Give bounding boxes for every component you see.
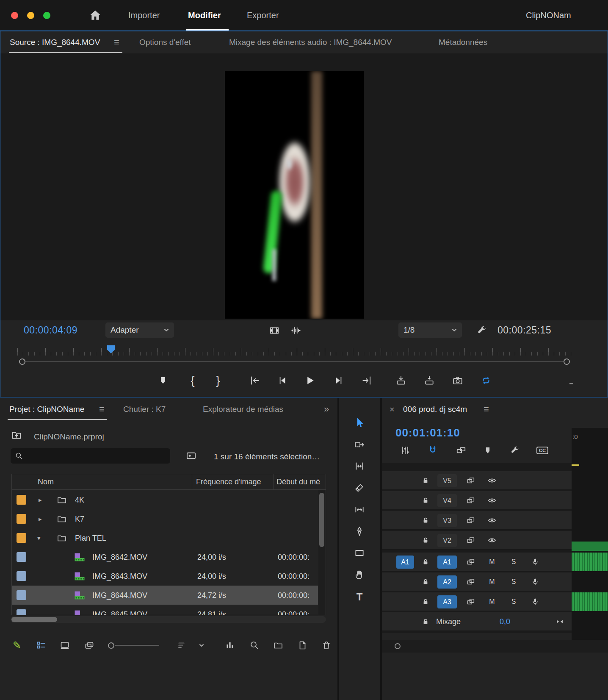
scrub-bar-left-handle[interactable] [19,358,25,365]
go-to-out-button[interactable] [359,373,374,388]
track-header-v3[interactable]: V3 [382,511,572,530]
home-button[interactable] [88,8,102,24]
track-target-a2[interactable]: A2 [437,575,457,589]
add-marker-button[interactable] [155,373,171,388]
source-current-timecode[interactable]: 00:00:04:09 [24,325,77,336]
pen-tool[interactable] [352,524,367,539]
new-item-button[interactable] [295,638,310,653]
track-header-a3[interactable]: A3 M S [382,592,572,611]
source-time-ruler[interactable] [17,345,571,356]
mark-in-button[interactable]: { [185,373,200,388]
mic-icon[interactable] [531,557,540,566]
table-row-clip-8643[interactable]: IMG_8643.MOV 24,00 i/s 00:00:00: [12,567,318,586]
tab-importer[interactable]: Importer [128,0,160,31]
track-lock-icon[interactable] [422,578,430,586]
automate-to-sequence-button[interactable] [222,638,238,653]
tab-bin-k7[interactable]: Chutier : K7 [123,398,166,420]
sequence-timecode[interactable]: 00:01:01:10 [395,426,460,439]
sync-lock-icon[interactable] [466,516,475,525]
timeline-scrollbar-handle[interactable] [395,643,401,649]
fit-dropdown[interactable]: Adapter [105,322,174,338]
linked-selection-button[interactable] [453,443,469,458]
table-row-clip-8644-selected[interactable]: IMG_8644.MOV 24,72 i/s 00:00:00: [12,586,318,605]
eye-icon[interactable] [487,495,497,505]
sort-button[interactable] [174,638,190,653]
track-header-v4[interactable]: V4 [382,491,572,510]
column-header-start[interactable]: Début du mé [276,478,320,486]
arrows-inward-icon[interactable] [555,617,564,626]
table-row-clip-8642[interactable]: IMG_8642.MOV 24,00 i/s 00:00:00: [12,547,318,567]
scrub-bar-right-handle[interactable] [564,358,570,365]
sync-lock-icon[interactable] [466,557,475,567]
track-lock-icon[interactable] [422,558,430,566]
sequence-settings-button[interactable] [398,443,413,458]
solo-button[interactable]: S [511,578,516,586]
track-lock-icon[interactable] [422,617,430,625]
drag-audio-button[interactable] [288,323,304,338]
mark-out-button[interactable]: } [210,373,226,388]
label-color-swatch[interactable] [17,609,26,615]
playback-resolution-dropdown[interactable]: 1/8 [398,322,462,338]
mute-button[interactable]: M [489,598,495,606]
insert-button[interactable] [393,373,409,388]
export-frame-button[interactable] [450,373,465,388]
settings-button[interactable] [474,323,489,338]
column-divider[interactable] [274,474,274,490]
zoom-window-button[interactable] [43,12,50,19]
list-view-button[interactable] [33,638,49,653]
tab-media-browser[interactable]: Explorateur de médias [203,398,283,420]
track-lock-icon[interactable] [422,516,430,524]
drag-video-button[interactable] [267,323,282,338]
vertical-scrollbar-thumb[interactable] [319,493,324,547]
hand-tool[interactable] [352,567,367,582]
preview-area-button[interactable] [185,450,197,463]
sync-lock-icon[interactable] [466,496,475,505]
track-lock-icon[interactable] [422,536,430,544]
video-clip-sliver[interactable] [572,542,608,551]
close-window-button[interactable] [11,12,18,19]
snap-toggle-button[interactable] [425,443,440,458]
horizontal-scrollbar[interactable] [11,616,326,623]
source-panel-menu-icon[interactable]: ≡ [114,31,119,53]
chevron-down-icon[interactable]: ▾ [37,534,41,542]
zoom-slider-handle[interactable] [108,642,114,649]
tab-sequence[interactable]: 006 prod. dj sc4m [403,398,467,420]
label-color-swatch[interactable] [17,590,26,600]
track-header-mix[interactable]: Mixage 0,0 [382,612,572,631]
tab-metadata[interactable]: Métadonnées [439,31,487,53]
track-lock-icon[interactable] [422,496,430,504]
video-preview[interactable] [225,71,364,319]
track-target-v2[interactable]: V2 [437,534,457,547]
add-marker-button[interactable] [480,443,495,458]
search-input[interactable] [27,448,166,464]
track-target-v3[interactable]: V3 [437,514,457,527]
track-header-a2[interactable]: A2 M S [382,572,572,592]
column-header-name[interactable]: Nom [38,478,54,486]
sort-order-button[interactable] [194,638,209,653]
track-header-v5[interactable]: V5 [382,471,572,490]
chevron-right-icon[interactable]: ▸ [39,496,42,504]
track-target-a1[interactable]: A1 [437,556,457,569]
sync-lock-icon[interactable] [466,476,475,485]
scrub-bar-track[interactable] [23,361,567,362]
edit-button[interactable]: ✎ [9,638,25,653]
eye-icon[interactable] [487,515,497,525]
solo-button[interactable]: S [511,598,516,606]
tab-exporter[interactable]: Exporter [247,0,279,31]
table-row-bin-k7[interactable]: ▸ K7 [12,509,318,528]
column-header-fps[interactable]: Fréquence d'image [196,478,261,486]
tab-project[interactable]: Projet : ClipNOName [9,398,84,420]
chevron-right-icon[interactable]: ▸ [39,515,42,523]
captions-button[interactable]: CC [535,443,550,458]
tab-audio-clip-mixer[interactable]: Mixage des éléments audio : IMG_8644.MOV [229,31,392,53]
project-panel-menu-icon[interactable]: ≡ [99,398,105,420]
sync-lock-icon[interactable] [466,597,475,606]
track-target-v4[interactable]: V4 [437,494,457,507]
track-target-a3[interactable]: A3 [437,595,457,608]
track-header-a1[interactable]: A1 A1 M S [382,553,572,572]
ripple-edit-tool[interactable] [352,458,367,474]
tab-overflow-icon[interactable]: » [324,398,329,420]
label-color-swatch[interactable] [17,533,26,543]
type-tool[interactable]: T [352,589,367,605]
selection-tool[interactable] [352,415,367,430]
